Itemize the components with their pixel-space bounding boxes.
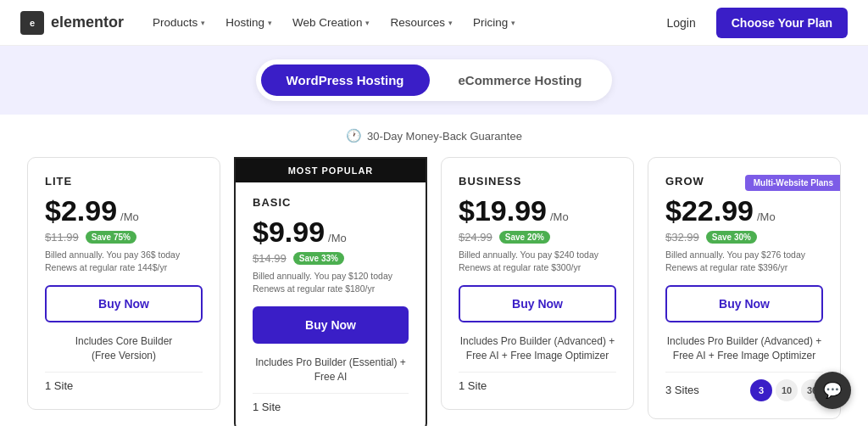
old-price-row-grow: $32.99 Save 30% — [665, 231, 823, 244]
chevron-down-icon: ▾ — [268, 19, 272, 27]
sites-label-basic: 1 Site — [253, 401, 281, 413]
price-mo-grow: /Mo — [757, 210, 776, 223]
price-row-lite: $2.99 /Mo — [45, 194, 203, 227]
price-amount-business: $19.99 — [459, 194, 547, 227]
sites-label-grow: 3 Sites — [665, 384, 699, 396]
price-row-basic: $9.99 /Mo — [253, 216, 409, 249]
price-mo-lite: /Mo — [120, 210, 139, 223]
divider-lite — [45, 372, 203, 373]
old-price-row-basic: $14.99 Save 33% — [253, 252, 409, 265]
sites-basic: 1 Site — [253, 401, 409, 413]
billing-note-lite: Billed annually. You pay 36$ today Renew… — [45, 249, 203, 273]
plan-name-business: BUSINESS — [459, 175, 616, 188]
chat-fab[interactable]: 💬 — [814, 372, 851, 409]
divider-business — [459, 372, 616, 373]
plan-business: BUSINESS $19.99 /Mo $24.99 Save 20% Bill… — [441, 157, 634, 410]
logo-text: elementor — [51, 14, 124, 31]
billing-note-grow: Billed annually. You pay $276 today Rene… — [665, 249, 823, 273]
sites-grow: 3 Sites 3 10 30 — [665, 379, 823, 401]
billing-note-basic: Billed annually. You pay $120 today Rene… — [253, 270, 409, 294]
includes-business: Includes Pro Builder (Advanced) +Free AI… — [459, 334, 616, 363]
tabs-wrapper: WordPress Hosting eCommerce Hosting — [256, 59, 613, 101]
price-amount-grow: $22.99 — [665, 194, 754, 227]
most-popular-badge: MOST POPULAR — [236, 159, 426, 182]
save-badge-basic: Save 33% — [293, 252, 344, 265]
chevron-down-icon: ▾ — [448, 19, 453, 27]
plan-basic: MOST POPULAR BASIC $9.99 /Mo $14.99 Save… — [234, 157, 427, 426]
plan-name-lite: LITE — [45, 175, 203, 188]
tabs-section: WordPress Hosting eCommerce Hosting — [0, 46, 868, 115]
save-badge-lite: Save 75% — [86, 231, 136, 244]
tab-wordpress-hosting[interactable]: WordPress Hosting — [261, 64, 430, 96]
price-amount-lite: $2.99 — [45, 194, 117, 227]
old-price-grow: $32.99 — [665, 231, 699, 244]
plan-name-basic: BASIC — [253, 196, 409, 209]
nav-web-creation[interactable]: Web Creation ▾ — [284, 11, 378, 34]
price-row-business: $19.99 /Mo — [459, 194, 616, 227]
pill-10[interactable]: 10 — [776, 379, 798, 401]
clock-icon: 🕐 — [346, 128, 362, 143]
login-button[interactable]: Login — [656, 11, 705, 35]
plan-lite: LITE $2.99 /Mo $11.99 Save 75% Billed an… — [27, 157, 220, 410]
sites-label-business: 1 Site — [459, 379, 487, 392]
nav-links: Products ▾ Hosting ▾ Web Creation ▾ Reso… — [144, 11, 524, 34]
old-price-lite: $11.99 — [45, 231, 79, 244]
buy-button-lite[interactable]: Buy Now — [45, 285, 203, 322]
includes-lite: Includes Core Builder(Free Version) — [45, 334, 203, 363]
multi-website-badge: Multi-Website Plans — [745, 175, 841, 191]
includes-basic: Includes Pro Builder (Essential) +Free A… — [253, 356, 409, 384]
nav-hosting[interactable]: Hosting ▾ — [217, 11, 281, 34]
tab-ecommerce-hosting[interactable]: eCommerce Hosting — [433, 64, 608, 96]
price-amount-basic: $9.99 — [253, 216, 325, 249]
old-price-business: $24.99 — [459, 231, 492, 244]
plan-grow: Multi-Website Plans GROW $22.99 /Mo $32.… — [648, 157, 841, 419]
price-row-grow: $22.99 /Mo — [665, 194, 823, 227]
price-mo-basic: /Mo — [328, 232, 347, 244]
guarantee-bar: 🕐 30-Day Money-Back Guarantee — [0, 115, 868, 157]
billing-note-business: Billed annually. You pay $240 today Rene… — [459, 249, 616, 273]
nav-products[interactable]: Products ▾ — [144, 11, 214, 34]
price-mo-business: /Mo — [550, 210, 569, 223]
sites-label-lite: 1 Site — [45, 379, 73, 392]
divider-grow — [665, 372, 823, 373]
divider-basic — [253, 393, 409, 394]
pill-3[interactable]: 3 — [750, 379, 772, 401]
nav-resources[interactable]: Resources ▾ — [381, 11, 461, 34]
sites-lite: 1 Site — [45, 379, 203, 392]
save-badge-business: Save 20% — [499, 231, 550, 244]
pricing-section: LITE $2.99 /Mo $11.99 Save 75% Billed an… — [0, 157, 868, 426]
save-badge-grow: Save 30% — [706, 231, 757, 244]
nav-right: Login Choose Your Plan — [656, 8, 848, 38]
navbar: e elementor Products ▾ Hosting ▾ Web Cre… — [0, 0, 868, 46]
sites-pills: 3 10 30 — [750, 379, 823, 401]
old-price-basic: $14.99 — [253, 252, 287, 265]
buy-button-basic[interactable]: Buy Now — [253, 306, 409, 344]
chat-icon: 💬 — [823, 381, 842, 400]
nav-left: e elementor Products ▾ Hosting ▾ Web Cre… — [20, 11, 524, 35]
old-price-row-lite: $11.99 Save 75% — [45, 231, 203, 244]
buy-button-business[interactable]: Buy Now — [459, 285, 616, 322]
chevron-down-icon: ▾ — [365, 19, 370, 27]
nav-logo[interactable]: e elementor — [20, 11, 124, 35]
old-price-row-business: $24.99 Save 20% — [459, 231, 616, 244]
choose-plan-button[interactable]: Choose Your Plan — [716, 8, 848, 38]
sites-business: 1 Site — [459, 379, 616, 392]
nav-pricing[interactable]: Pricing ▾ — [465, 11, 524, 34]
chevron-down-icon: ▾ — [201, 19, 205, 27]
includes-grow: Includes Pro Builder (Advanced) +Free AI… — [665, 334, 823, 363]
logo-icon: e — [20, 11, 44, 35]
chevron-down-icon: ▾ — [511, 19, 515, 27]
buy-button-grow[interactable]: Buy Now — [665, 285, 823, 322]
